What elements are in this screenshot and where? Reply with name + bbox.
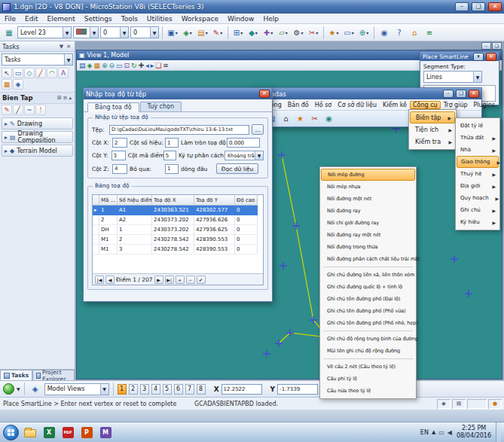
table-row[interactable]: DH 1 2430373.202 427936.625 0 — [93, 225, 263, 235]
zoom-in-icon[interactable]: ⊕ — [102, 61, 108, 70]
active-design-indicator[interactable] — [467, 399, 487, 409]
smartline-titlebar[interactable]: Place SmartLine ▾ ✕ — [420, 52, 499, 61]
road-menu-item[interactable]: Ghi chú đường liên xã, liên thôn xóm — [321, 269, 415, 281]
add-row-icon[interactable]: + — [176, 276, 185, 284]
view-toggle-4[interactable]: 4 — [151, 384, 160, 395]
menu-item-bien-tap[interactable]: Biên tập ▶ — [410, 111, 455, 123]
taskbar-clock[interactable]: 2:25 PM 08/04/2016 — [455, 425, 493, 440]
start-button[interactable] — [3, 425, 19, 440]
submenu-item-giao-thong[interactable]: Giao thông ▶ — [457, 156, 499, 168]
round-field[interactable]: 0.000 — [227, 138, 260, 148]
grid-view-icon[interactable]: ⊞ — [57, 95, 63, 101]
zoom-out-icon[interactable]: ⊖ — [109, 61, 115, 70]
submenu-item-thuy-he[interactable]: Thuỷ hệ ▶ — [457, 168, 499, 180]
measure-tool-icon[interactable]: ◆▾ — [246, 26, 260, 39]
change-attributes-tool-icon[interactable]: ✚▾ — [261, 26, 275, 39]
delete-row-icon[interactable]: − — [186, 276, 195, 284]
view-toggle-8[interactable]: 8 — [197, 384, 206, 395]
menu-file[interactable]: File — [0, 15, 20, 23]
view-toggle-2[interactable]: 2 — [129, 384, 138, 395]
view-next-icon[interactable]: ▸ — [151, 61, 154, 70]
gcadas-menu-kiem-ke[interactable]: Kiểm kê — [380, 102, 410, 108]
fit-view-icon[interactable]: ⊡ — [124, 61, 130, 70]
table-row[interactable]: 2 A2 2430373.202 427936.626 0 — [93, 215, 263, 225]
road-menu-item[interactable]: Vẽ cầu 2 nét (Cầu theo tỷ lệ) — [321, 361, 415, 373]
active-color-combo[interactable]: ▼ — [73, 26, 99, 38]
scissors-icon[interactable]: ✂ — [309, 113, 320, 124]
read-data-button[interactable]: Đọc dữ liệu — [216, 163, 258, 174]
menu-help[interactable]: Help — [258, 15, 283, 23]
tab-tasks[interactable]: Tasks — [0, 370, 32, 380]
road-menu-item[interactable]: Nối mép đường — [321, 169, 415, 181]
view-toggle-5[interactable]: 5 — [163, 384, 172, 395]
road-menu-item[interactable]: Nối đường ray một nét — [321, 229, 415, 241]
close-icon[interactable]: ✕ — [259, 90, 270, 98]
draw-tool-icon[interactable]: ✎ — [2, 105, 12, 115]
excel-taskbar-icon[interactable]: X — [41, 425, 57, 440]
road-menu-item[interactable]: Nối đường phân cách chất liệu trải mặt — [321, 253, 415, 265]
skip-field[interactable]: 1 — [165, 164, 179, 174]
smartline-tool-icon[interactable]: ╱ — [13, 105, 23, 115]
manipulate-tool-icon[interactable]: ▱▾ — [276, 26, 290, 39]
annotate-tool-icon[interactable]: ! — [35, 105, 46, 115]
tab-project-explorer[interactable]: Project Explorer — [32, 370, 75, 380]
next-page-icon[interactable]: ▶ — [154, 276, 163, 284]
x-coordinate-field[interactable]: 12.2522 — [221, 384, 262, 395]
close-button[interactable]: ✕ — [469, 90, 479, 98]
task-group-terrain-model[interactable]: ▸ ◆ Terrain Model — [2, 145, 73, 157]
road-menu-item[interactable]: Mũi tên ghi chú độ rộng đường — [321, 345, 415, 357]
road-menu-item[interactable]: Ghi chú tên đường phố (Đại lộ) — [321, 293, 415, 305]
child-minimize-button[interactable]: – — [481, 42, 491, 50]
submenu-item-quy-hoach[interactable]: Quy hoạch ▶ — [457, 192, 499, 204]
locks-icon[interactable]: ▤ — [452, 399, 466, 409]
view-toggle-7[interactable]: 7 — [185, 384, 194, 395]
road-menu-item[interactable]: Nối đường một nét — [321, 193, 415, 205]
help-toolbar-icon[interactable]: ? — [393, 26, 406, 39]
start-drawing-orb-icon[interactable] — [3, 383, 14, 395]
pattern-tool-icon[interactable]: ▦ — [2, 79, 12, 90]
active-level-combo[interactable]: Level 23 ▼ — [17, 26, 72, 38]
view-previous-icon[interactable]: ◂ — [145, 61, 149, 70]
col-x-field[interactable]: 2 — [112, 138, 127, 148]
segment-type-combo[interactable]: Lines ▼ — [423, 71, 482, 83]
view-group-icon[interactable]: ◈ — [29, 383, 42, 395]
tab-tuy-chon[interactable]: Tuỳ chọn — [140, 102, 182, 111]
import-dialog-titlebar[interactable]: Nhập toạ độ từ tệp ✕ — [84, 88, 272, 99]
close-icon[interactable]: ✕ — [65, 44, 72, 50]
view-attributes-icon[interactable]: ▤ — [79, 61, 86, 70]
zoom-tool-icon[interactable]: ⊕▾ — [357, 26, 371, 39]
cell-tool-icon[interactable]: ◈ — [13, 79, 23, 90]
road-menu-item[interactable]: Nối đường ray — [321, 205, 415, 217]
view-group-combo[interactable]: Model Views ▼ — [44, 383, 109, 395]
language-indicator[interactable]: EN — [420, 429, 429, 436]
task-group-drawing[interactable]: ▸ ✎ Drawing — [2, 117, 73, 130]
line-weight-combo[interactable]: 0 ▼ — [130, 26, 159, 38]
first-page-icon[interactable]: |◀ — [95, 276, 104, 284]
minimize-button[interactable]: – — [443, 90, 454, 98]
gcadas-menu-csdl[interactable]: Cơ sở dữ liệu — [334, 102, 380, 108]
key-in-toolbar-icon[interactable]: ≡ — [423, 26, 436, 39]
selection-tool-icon[interactable]: ↖ — [2, 68, 12, 78]
chevron-down-icon[interactable]: ▼ — [17, 386, 20, 392]
close-button[interactable]: ✕ — [488, 2, 502, 11]
window-area-icon[interactable]: ▭ — [116, 61, 123, 70]
browse-button[interactable]: ... — [252, 124, 264, 135]
maximize-button[interactable]: ❑ — [472, 2, 485, 11]
road-menu-item[interactable]: Nối mép nhựa — [321, 181, 415, 193]
y-coordinate-field[interactable]: -1.7339 — [277, 384, 318, 395]
fence-tool-icon[interactable]: ▭▾ — [342, 26, 356, 39]
separator-combo[interactable]: Khoảng trắng ▼ — [225, 151, 264, 160]
pin-icon[interactable]: ▼ — [58, 44, 65, 50]
submenu-item-dat-ty-le[interactable]: Đặt tỷ lệ — [457, 120, 499, 132]
markup-tool-icon[interactable]: ✎▾ — [211, 26, 225, 39]
line-style-combo[interactable]: 0 ▼ — [100, 26, 129, 38]
view-display-style-icon[interactable]: ◈ — [87, 61, 93, 70]
gcadas-menu-plugins[interactable]: Plugins — [471, 102, 499, 108]
submenu-item-ghi-chu[interactable]: Ghi chú ▶ — [457, 204, 499, 216]
col-no-field[interactable]: 1 — [165, 138, 179, 148]
tasks-panel-header[interactable]: Tasks ▼ ✕ — [0, 41, 75, 52]
table-row[interactable]: M1 2 2430278.542 428390.553 0 — [93, 235, 263, 245]
arc-tool-icon[interactable]: ◠ — [47, 68, 57, 78]
star-icon[interactable]: ★ — [295, 113, 306, 124]
fence-tool-icon[interactable]: ▭ — [13, 68, 23, 78]
